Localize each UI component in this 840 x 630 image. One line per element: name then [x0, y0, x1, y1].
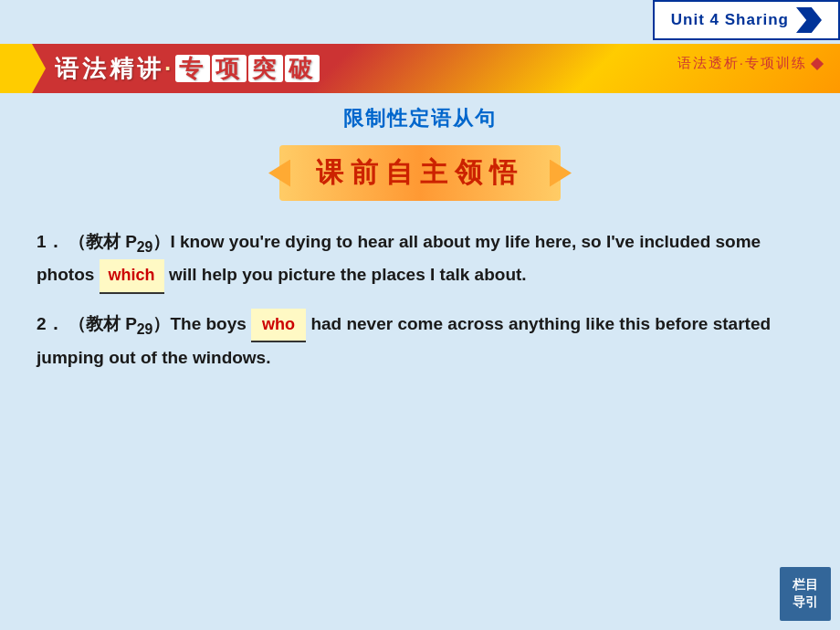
q2-number: 2．	[37, 314, 64, 333]
main-content: 限制性定语从句 课前自主领悟 1． （教材 P29）I know you're …	[37, 105, 803, 575]
section-title: 限制性定语从句	[37, 105, 803, 132]
q2-prefix: （教材 P29）The boys	[68, 314, 251, 333]
q1-answer: which	[100, 259, 164, 294]
banner-title: 语法精讲·专项突破	[55, 53, 320, 85]
diamond-icon	[811, 57, 824, 69]
nav-line2: 导引	[793, 594, 818, 609]
right-subtitle: 语法透析·专项训练	[677, 55, 822, 72]
banner-left-arrow-icon	[0, 44, 46, 93]
unit-tab-label: Unit 4 Sharing	[671, 11, 789, 29]
unit-arrow-icon	[796, 7, 822, 33]
question-2: 2． （教材 P29）The boys who had never come a…	[37, 309, 803, 373]
question-1: 1． （教材 P29）I know you're dying to hear a…	[37, 226, 803, 294]
q1-number: 1．	[37, 232, 64, 251]
right-subtitle-text: 语法透析·专项训练	[677, 55, 807, 72]
lesson-banner: 课前自主领悟	[37, 145, 803, 201]
q1-suffix: will help you picture the places I talk …	[169, 265, 527, 284]
q2-answer: who	[251, 309, 306, 343]
unit-tab: Unit 4 Sharing	[653, 0, 840, 40]
lesson-banner-inner: 课前自主领悟	[279, 145, 561, 201]
nav-line1: 栏目	[793, 577, 818, 592]
nav-button[interactable]: 栏目 导引	[780, 567, 831, 621]
lesson-banner-text: 课前自主领悟	[316, 157, 524, 187]
